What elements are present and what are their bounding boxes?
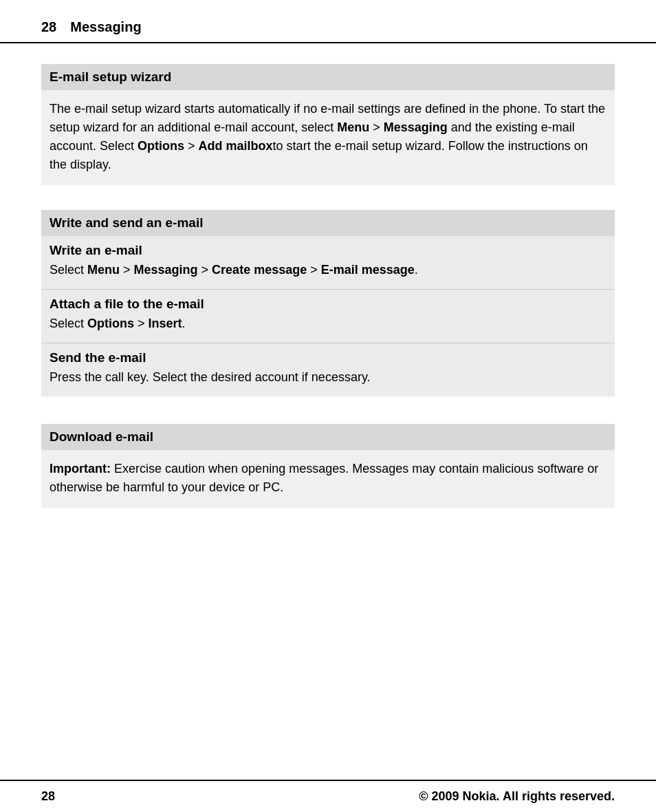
section-email-setup: E-mail setup wizard The e-mail setup wiz… <box>41 64 615 197</box>
header-page-number: 28 <box>41 19 56 35</box>
footer-copyright: © 2009 Nokia. All rights reserved. <box>419 789 615 804</box>
page-footer: 28 © 2009 Nokia. All rights reserved. <box>0 780 656 812</box>
write-messaging: Messaging <box>134 263 198 277</box>
email-setup-menu: Menu <box>337 120 369 134</box>
subsection-write-email: Write an e-mail Select Menu > Messaging … <box>41 236 615 289</box>
email-setup-gt2: > <box>184 139 199 153</box>
download-important: Important: <box>50 462 111 476</box>
section-heading-write-send: Write and send an e-mail <box>41 210 615 236</box>
attach-select: Select <box>50 317 84 330</box>
subsection-attach-file: Attach a file to the e-mail Select Optio… <box>41 289 615 343</box>
page: 28 Messaging E-mail setup wizard The e-m… <box>0 0 656 812</box>
email-setup-messaging: Messaging <box>384 120 448 134</box>
attach-insert: Insert <box>149 317 182 330</box>
section-heading-email-setup: E-mail setup wizard <box>41 64 615 90</box>
section-body-email-setup: The e-mail setup wizard starts automatic… <box>41 90 615 185</box>
subsection-title-send: Send the e-mail <box>50 350 606 365</box>
subsection-title-write: Write an e-mail <box>50 243 606 258</box>
write-menu: Menu <box>87 263 120 277</box>
subsection-body-attach: Select Options > Insert. <box>50 314 606 333</box>
subsection-title-attach: Attach a file to the e-mail <box>50 297 606 312</box>
email-setup-text: The e-mail setup wizard starts automatic… <box>50 100 606 174</box>
attach-options: Options <box>87 317 134 330</box>
header-title: Messaging <box>70 19 141 35</box>
section-heading-download: Download e-mail <box>41 424 615 450</box>
download-text: Important: Exercise caution when opening… <box>50 460 606 497</box>
subsection-group: Write an e-mail Select Menu > Messaging … <box>41 236 615 396</box>
content-area: E-mail setup wizard The e-mail setup wiz… <box>0 43 656 780</box>
subsection-send-email: Send the e-mail Press the call key. Sele… <box>41 343 615 396</box>
section-write-send: Write and send an e-mail Write an e-mail… <box>41 210 615 409</box>
email-setup-gt1: > <box>369 120 384 134</box>
section-body-download: Important: Exercise caution when opening… <box>41 450 615 508</box>
footer-page-number: 28 <box>41 789 55 804</box>
write-email-message: E-mail message <box>321 263 415 277</box>
email-setup-addmailbox: Add mailbox <box>199 139 273 153</box>
page-header: 28 Messaging <box>0 0 656 43</box>
email-setup-options: Options <box>138 139 184 153</box>
write-create-message: Create message <box>212 263 307 277</box>
attach-end: . <box>182 317 186 330</box>
subsection-body-send: Press the call key. Select the desired a… <box>50 368 606 387</box>
section-download-email: Download e-mail Important: Exercise caut… <box>41 424 615 520</box>
subsection-body-write: Select Menu > Messaging > Create message… <box>50 261 606 279</box>
download-body: Exercise caution when opening messages. … <box>50 462 598 494</box>
write-select: Select <box>50 263 84 277</box>
write-end: . <box>415 263 418 277</box>
